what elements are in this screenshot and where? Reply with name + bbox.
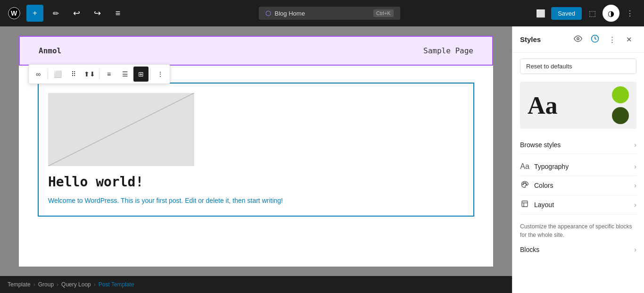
breadcrumb-query-loop[interactable]: Query Loop — [61, 281, 91, 288]
eye-icon — [574, 34, 582, 44]
drag-handle[interactable]: ⠿ — [66, 67, 81, 82]
featured-image-placeholder — [48, 93, 194, 166]
panel-more-button[interactable]: ⋮ — [604, 32, 619, 47]
svg-point-7 — [526, 184, 527, 185]
editor-area: ∞ ⬜ ⠿ ⬆⬇ ≡ ☰ ⊞ ⋮ — [0, 26, 512, 293]
sidebar-toggle-button[interactable]: ⬚ — [584, 5, 601, 22]
reset-defaults-button[interactable]: Reset to defaults — [520, 59, 636, 74]
panel-history-button[interactable] — [587, 32, 603, 47]
add-block-button[interactable]: + — [26, 5, 43, 22]
browse-styles-row[interactable]: Browse styles › — [520, 136, 636, 154]
arrows-icon: ⬆⬇ — [84, 70, 95, 78]
history-icon — [591, 34, 599, 44]
layout-arrow: › — [634, 201, 636, 209]
toolbar-divider — [48, 68, 48, 80]
panel-body: Reset to defaults Aa Browse styles › Aa … — [512, 53, 644, 293]
pen-icon: ✏ — [53, 9, 59, 18]
contrast-icon: ◑ — [608, 9, 614, 18]
post-excerpt: Welcome to WordPress. This is your first… — [48, 195, 464, 206]
layout-label: Layout — [534, 201, 554, 209]
site-name: Anmol — [39, 46, 61, 55]
preview-dots — [612, 86, 629, 124]
block-type-button[interactable]: ⬜ — [50, 67, 65, 82]
light-green-dot — [612, 86, 629, 103]
breadcrumb-sep-2: › — [57, 281, 58, 288]
blocks-label: Blocks — [520, 246, 539, 253]
move-up-down-button[interactable]: ⬆⬇ — [82, 67, 97, 82]
more-icon: ⋮ — [626, 9, 634, 18]
post-title[interactable]: Hello world! — [48, 174, 464, 191]
close-icon: ✕ — [626, 35, 632, 44]
grid-icon: ⊞ — [138, 70, 144, 78]
sidebar-icon: ⬚ — [589, 9, 596, 18]
desktop-view-button[interactable]: ⬜ — [532, 5, 549, 22]
contrast-button[interactable]: ◑ — [603, 5, 619, 22]
block-more-button[interactable]: ⋮ — [153, 67, 168, 82]
panel-header-icons: ⋮ ✕ — [570, 32, 636, 47]
colors-arrow: › — [634, 182, 636, 189]
styles-panel: Styles ⋮ ✕ — [512, 26, 644, 293]
panel-close-button[interactable]: ✕ — [621, 32, 636, 47]
align-center-button[interactable]: ☰ — [117, 67, 132, 82]
colors-menu-item[interactable]: Colors › — [520, 176, 636, 195]
block-toolbar: ∞ ⬜ ⠿ ⬆⬇ ≡ ☰ ⊞ ⋮ — [28, 64, 170, 84]
layout-left: Layout — [520, 200, 554, 209]
page-icon: ⬡ — [265, 9, 271, 17]
breadcrumb-group[interactable]: Group — [38, 281, 54, 288]
grid-view-button[interactable]: ⊞ — [133, 67, 149, 82]
post-excerpt-link[interactable]: This is your first post. Edit or delete … — [121, 197, 283, 204]
more-options-button[interactable]: ⋮ — [621, 5, 638, 22]
shortcut-badge: Ctrl+K — [373, 9, 394, 17]
link-button[interactable]: ∞ — [31, 67, 46, 82]
top-toolbar: W + ✏ ↩ ↪ ≡ ⬡ Blog Home Ctrl+K ⬜ Saved ⬚ — [0, 0, 644, 26]
undo-icon: ↩ — [73, 8, 80, 18]
desktop-icon: ⬜ — [536, 9, 545, 18]
main-area: ∞ ⬜ ⠿ ⬆⬇ ≡ ☰ ⊞ ⋮ — [0, 26, 644, 293]
query-block[interactable]: Hello world! Welcome to WordPress. This … — [38, 83, 474, 217]
panel-header: Styles ⋮ ✕ — [512, 26, 644, 53]
align-left-button[interactable]: ≡ — [101, 67, 116, 82]
typography-menu-item[interactable]: Aa Typography › — [520, 158, 636, 176]
blocks-row[interactable]: Blocks › — [520, 241, 636, 258]
page-title-bar[interactable]: ⬡ Blog Home Ctrl+K — [259, 7, 400, 20]
svg-point-6 — [525, 183, 526, 184]
toolbar-divider3 — [150, 68, 151, 80]
preview-aa-text: Aa — [528, 92, 558, 119]
panel-description: Customize the appearance of specific blo… — [520, 222, 636, 239]
browse-styles-arrow: › — [634, 141, 636, 149]
svg-point-2 — [577, 38, 579, 40]
wp-logo[interactable]: W — [6, 5, 23, 22]
link-icon: ∞ — [36, 70, 41, 78]
center-area: ⬡ Blog Home Ctrl+K — [130, 7, 528, 20]
align-left-icon: ≡ — [107, 70, 111, 78]
page-title-text: Blog Home — [275, 10, 305, 17]
svg-text:W: W — [11, 9, 17, 17]
undo-button[interactable]: ↩ — [68, 5, 85, 22]
block-type-icon: ⬜ — [54, 70, 62, 78]
align-center-icon: ☰ — [122, 70, 128, 78]
typography-arrow: › — [634, 163, 636, 170]
layout-menu-item[interactable]: Layout › — [520, 195, 636, 215]
colors-icon — [520, 181, 529, 190]
panel-eye-button[interactable] — [570, 32, 586, 47]
panel-title: Styles — [520, 35, 541, 43]
svg-point-4 — [522, 184, 523, 185]
svg-point-5 — [523, 183, 524, 184]
saved-button[interactable]: Saved — [551, 7, 582, 20]
typography-left: Aa Typography — [520, 162, 569, 171]
style-preview: Aa — [520, 82, 636, 129]
pen-button[interactable]: ✏ — [47, 5, 64, 22]
redo-button[interactable]: ↪ — [89, 5, 106, 22]
breadcrumb-template[interactable]: Template — [8, 281, 31, 288]
list-view-button[interactable]: ≡ — [109, 5, 126, 22]
colors-left: Colors — [520, 181, 553, 190]
header-nav: Sample Page — [423, 46, 473, 55]
panel-more-icon: ⋮ — [609, 35, 616, 44]
layout-icon — [520, 200, 529, 209]
breadcrumb-sep-3: › — [94, 281, 96, 288]
plus-icon: + — [33, 9, 37, 17]
breadcrumb-post-template[interactable]: Post Template — [99, 281, 134, 288]
breadcrumb-bar: Template › Group › Query Loop › Post Tem… — [0, 276, 512, 293]
block-more-icon: ⋮ — [157, 70, 164, 78]
post-excerpt-text: Welcome to WordPress. — [48, 197, 121, 204]
